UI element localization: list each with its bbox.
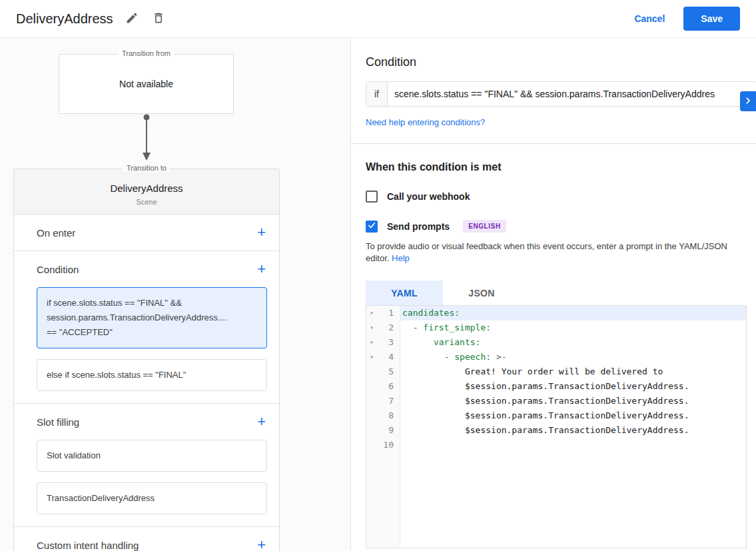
code-text: Great! Your order will be delivered to (400, 364, 746, 379)
code-text: - speech: >- (400, 350, 746, 364)
fold-arrow-icon[interactable]: ▾ (366, 306, 377, 320)
prompt-help-link[interactable]: Help (392, 253, 410, 263)
slot-validation-card[interactable]: Slot validation (37, 440, 267, 472)
panel-title: Condition (366, 55, 416, 69)
line-number: 5 (377, 364, 400, 379)
condition-input-group: if (366, 81, 756, 107)
scene-card-header[interactable]: DeliveryAddress Scene (14, 169, 279, 215)
send-prompts-label: Send prompts (387, 221, 450, 232)
slot-filling-section[interactable]: Slot filling + (14, 404, 279, 440)
save-button[interactable]: Save (683, 7, 740, 31)
fold-arrow-icon[interactable]: ▾ (366, 335, 377, 350)
cancel-button[interactable]: Cancel (634, 13, 665, 24)
line-number: 3 (377, 335, 400, 350)
tab-json[interactable]: JSON (443, 280, 520, 305)
scene-type-label: Scene (14, 198, 279, 206)
custom-intent-label: Custom intent handling (37, 540, 139, 551)
collapse-panel-button[interactable] (740, 91, 756, 111)
editor-line[interactable]: 6 $session.params.TransactionDeliveryAdd… (366, 379, 746, 394)
editor-line[interactable]: 8 $session.params.TransactionDeliveryAdd… (366, 408, 746, 423)
fold-arrow-icon[interactable]: ▾ (366, 320, 377, 335)
fold-gutter (366, 423, 377, 438)
code-text: $session.params.TransactionDeliveryAddre… (400, 379, 746, 394)
slot-card[interactable]: TransactionDeliveryAddress (37, 482, 267, 514)
scene-name: DeliveryAddress (14, 183, 279, 194)
checkmark-icon (367, 221, 376, 233)
transition-from-label: Transition from (118, 49, 175, 57)
condition-section[interactable]: Condition + (14, 251, 279, 287)
app-header: DeliveryAddress Cancel Save (0, 0, 756, 38)
when-condition-met-title: When this condition is met (366, 161, 756, 173)
condition-section-label: Condition (37, 264, 79, 275)
code-text: $session.params.TransactionDeliveryAddre… (400, 394, 746, 408)
editor-line[interactable]: 7 $session.params.TransactionDeliveryAdd… (366, 394, 746, 408)
delete-scene-button[interactable] (151, 11, 167, 27)
prompt-description: To provide audio or visual feedback when… (366, 241, 739, 265)
fold-gutter (366, 408, 377, 423)
editor-line[interactable]: 5 Great! Your order will be delivered to (366, 364, 746, 379)
line-number: 4 (377, 350, 400, 364)
code-text: variants: (400, 335, 746, 350)
editor-tabs: YAML JSON (366, 280, 756, 305)
on-enter-section[interactable]: On enter + (14, 215, 279, 251)
page-title: DeliveryAddress (16, 11, 113, 27)
trash-icon (152, 11, 165, 27)
editor-line[interactable]: ▾3 variants: (366, 335, 746, 350)
language-badge: ENGLISH (463, 220, 506, 233)
code-text: candidates: (400, 306, 746, 320)
condition-input[interactable] (388, 82, 756, 106)
condition-card-selected[interactable]: if scene.slots.status == "FINAL" && sess… (37, 287, 267, 348)
line-number: 10 (377, 438, 400, 452)
editor-line[interactable]: ▾1candidates: (366, 306, 746, 320)
fold-arrow-icon[interactable]: ▾ (366, 350, 377, 364)
call-webhook-checkbox[interactable] (366, 191, 378, 203)
transition-to-label: Transition to (123, 164, 171, 172)
slot-filling-label: Slot filling (37, 416, 79, 428)
custom-intent-section[interactable]: Custom intent handling + (14, 527, 279, 551)
scene-flow-panel: Transition from Not available Transition… (0, 38, 351, 551)
code-text: - first_simple: (400, 320, 746, 335)
condition-card-else[interactable]: else if scene.slots.status == "FINAL" (37, 359, 267, 391)
add-slot-button[interactable]: + (257, 415, 266, 428)
line-number: 7 (377, 394, 400, 408)
code-text: $session.params.TransactionDeliveryAddre… (400, 408, 746, 423)
edit-title-button[interactable] (124, 11, 140, 27)
yaml-editor-lines: ▾1candidates:▾2 - first_simple:▾3 varian… (366, 306, 746, 452)
editor-line[interactable]: ▾4 - speech: >- (366, 350, 746, 364)
add-custom-intent-button[interactable]: + (257, 538, 266, 551)
if-label: if (366, 82, 388, 106)
add-on-enter-button[interactable]: + (257, 226, 266, 239)
pencil-icon (125, 11, 139, 27)
panel-divider (351, 143, 756, 144)
yaml-editor[interactable]: ▾1candidates:▾2 - first_simple:▾3 varian… (366, 305, 747, 548)
line-number: 6 (377, 379, 400, 394)
editor-line[interactable]: ▾2 - first_simple: (366, 320, 746, 335)
fold-gutter (366, 364, 377, 379)
flow-connector-arrow (59, 114, 234, 162)
add-condition-button[interactable]: + (257, 263, 266, 276)
code-text: $session.params.TransactionDeliveryAddre… (400, 423, 746, 438)
line-number: 2 (377, 320, 400, 335)
on-enter-label: On enter (37, 227, 75, 239)
call-webhook-label: Call your webhook (387, 191, 470, 202)
fold-gutter (366, 438, 377, 452)
prompt-description-text: To provide audio or visual feedback when… (366, 241, 727, 263)
scene-card: Transition to DeliveryAddress Scene On e… (13, 169, 280, 551)
code-text (400, 438, 746, 452)
chevron-right-icon (740, 94, 755, 109)
editor-line[interactable]: 10 (366, 438, 746, 452)
send-prompts-checkbox[interactable] (366, 221, 378, 233)
tab-yaml[interactable]: YAML (366, 280, 443, 305)
condition-detail-panel: Condition if Need help entering conditio… (351, 38, 756, 551)
editor-line[interactable]: 9 $session.params.TransactionDeliveryAdd… (366, 423, 746, 438)
line-number: 9 (377, 423, 400, 438)
fold-gutter (366, 379, 377, 394)
line-number: 1 (377, 306, 400, 320)
transition-from-box[interactable]: Transition from Not available (59, 54, 234, 114)
fold-gutter (366, 394, 377, 408)
conditions-help-link[interactable]: Need help entering conditions? (366, 117, 756, 127)
line-number: 8 (377, 408, 400, 423)
transition-from-value: Not available (119, 79, 173, 89)
